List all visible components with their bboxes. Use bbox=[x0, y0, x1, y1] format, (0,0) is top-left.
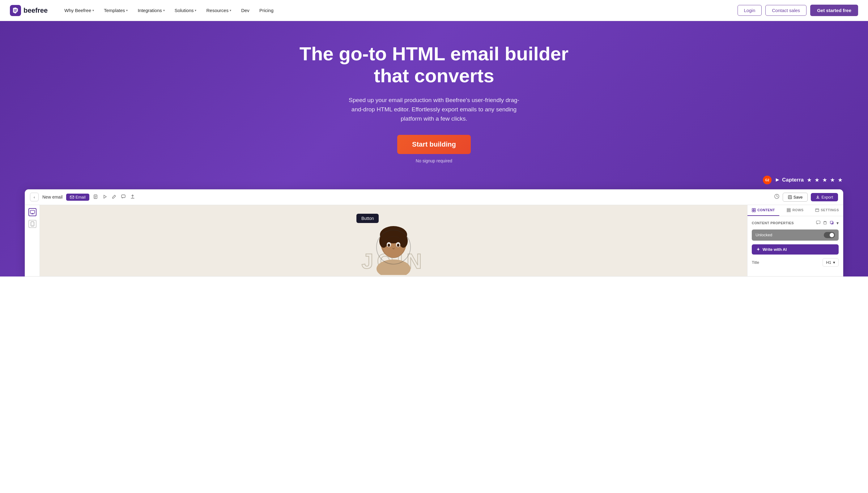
copy-props-icon[interactable] bbox=[830, 220, 834, 226]
person-illustration bbox=[362, 219, 424, 276]
toggle-knob bbox=[830, 233, 834, 237]
comment-props-icon[interactable] bbox=[816, 220, 820, 226]
play-icon[interactable] bbox=[102, 194, 107, 200]
ai-sparkle-icon bbox=[756, 247, 760, 252]
unlocked-toggle-row: Unlocked bbox=[752, 230, 839, 241]
navbar: beefree Why Beefree ▾ Templates ▾ Integr… bbox=[0, 0, 868, 21]
hero-section: The go-to HTML email builder that conver… bbox=[0, 21, 868, 277]
edit-icon[interactable] bbox=[112, 194, 116, 200]
nav-links: Why Beefree ▾ Templates ▾ Integrations ▾… bbox=[60, 5, 737, 16]
content-props-icons: ▾ bbox=[816, 220, 839, 226]
editor-body: Button JOIN bbox=[25, 205, 843, 276]
logo-text: beefree bbox=[23, 6, 48, 15]
svg-rect-29 bbox=[787, 209, 791, 209]
svg-point-13 bbox=[32, 225, 33, 226]
toolbar-right: Save Export bbox=[774, 193, 838, 202]
chevron-down-icon: ▾ bbox=[230, 9, 231, 12]
nav-item-why-beefree[interactable]: Why Beefree ▾ bbox=[60, 5, 98, 16]
document-icon[interactable] bbox=[93, 194, 98, 200]
svg-rect-26 bbox=[754, 209, 755, 210]
hero-subtitle: Speed up your email production with Beef… bbox=[344, 95, 524, 124]
panel-expand-icon[interactable]: ▾ bbox=[837, 220, 839, 226]
ratings-bar: G2 ► Capterra ★ ★ ★ ★ ★ bbox=[6, 176, 862, 189]
login-button[interactable]: Login bbox=[738, 5, 762, 16]
chevron-down-icon: ▾ bbox=[833, 260, 835, 265]
svg-rect-28 bbox=[754, 210, 755, 212]
svg-rect-10 bbox=[789, 197, 791, 198]
title-select[interactable]: H1 ▾ bbox=[823, 258, 839, 266]
toolbar-icons bbox=[93, 194, 770, 200]
logo-link[interactable]: beefree bbox=[10, 5, 48, 16]
comment-icon[interactable] bbox=[121, 194, 126, 200]
content-properties-label: CONTENT PROPERTIES bbox=[752, 221, 794, 225]
svg-rect-30 bbox=[787, 210, 791, 211]
mobile-icon[interactable] bbox=[28, 220, 37, 228]
rows-tab-icon bbox=[787, 208, 791, 212]
nav-item-solutions[interactable]: Solutions ▾ bbox=[170, 5, 201, 16]
unlocked-toggle[interactable] bbox=[824, 232, 835, 238]
svg-rect-27 bbox=[752, 210, 754, 212]
svg-marker-5 bbox=[104, 195, 106, 198]
g2-icon: G2 bbox=[763, 176, 772, 184]
panel-tabs: CONTENT ROWS bbox=[748, 205, 843, 216]
svg-point-14 bbox=[377, 259, 410, 275]
device-panel bbox=[25, 205, 40, 276]
no-signup-label: No signup required bbox=[6, 158, 862, 163]
settings-tab-icon bbox=[815, 208, 819, 212]
hero-headline: The go-to HTML email builder that conver… bbox=[295, 43, 573, 87]
back-button[interactable]: ‹ bbox=[30, 193, 39, 201]
editor-title: New email bbox=[42, 195, 63, 199]
panel-content: CONTENT PROPERTIES bbox=[748, 216, 843, 276]
save-icon bbox=[788, 195, 792, 199]
star-rating: ★ ★ ★ ★ ★ bbox=[807, 177, 843, 184]
nav-item-dev[interactable]: Dev bbox=[237, 5, 254, 16]
tab-settings[interactable]: SETTINGS bbox=[811, 205, 843, 216]
editor-canvas: Button JOIN bbox=[40, 205, 747, 276]
tab-content[interactable]: CONTENT bbox=[748, 205, 779, 216]
nav-item-integrations[interactable]: Integrations ▾ bbox=[133, 5, 169, 16]
save-button[interactable]: Save bbox=[783, 193, 808, 202]
chevron-down-icon: ▾ bbox=[92, 9, 94, 12]
title-row: Title H1 ▾ bbox=[752, 258, 839, 266]
content-tab-icon bbox=[752, 208, 756, 212]
svg-rect-34 bbox=[824, 222, 826, 224]
chevron-down-icon: ▾ bbox=[163, 9, 165, 12]
svg-rect-3 bbox=[70, 196, 74, 198]
svg-rect-36 bbox=[830, 221, 833, 223]
export-icon bbox=[816, 195, 820, 199]
svg-rect-32 bbox=[816, 209, 819, 212]
svg-text:G2: G2 bbox=[765, 178, 770, 182]
start-building-button[interactable]: Start building bbox=[397, 135, 471, 154]
unlocked-label: Unlocked bbox=[755, 233, 772, 237]
contact-sales-button[interactable]: Contact sales bbox=[765, 5, 806, 16]
editor-preview: ‹ New email Email bbox=[25, 189, 843, 277]
tab-rows[interactable]: ROWS bbox=[779, 205, 811, 216]
get-started-button[interactable]: Get started free bbox=[810, 5, 858, 16]
nav-actions: Login Contact sales Get started free bbox=[738, 5, 858, 16]
clock-icon[interactable] bbox=[774, 194, 780, 200]
svg-rect-33 bbox=[816, 221, 820, 223]
delete-props-icon[interactable] bbox=[823, 220, 827, 226]
editor-toolbar: ‹ New email Email bbox=[25, 190, 843, 205]
beefree-logo-icon bbox=[10, 5, 21, 16]
svg-point-22 bbox=[397, 244, 399, 247]
svg-point-21 bbox=[387, 244, 390, 247]
nav-item-pricing[interactable]: Pricing bbox=[255, 5, 278, 16]
svg-rect-25 bbox=[752, 209, 754, 210]
upload-icon[interactable] bbox=[130, 194, 135, 200]
write-with-ai-button[interactable]: Write with AI bbox=[752, 244, 839, 255]
desktop-icon[interactable] bbox=[28, 208, 37, 216]
chevron-down-icon: ▾ bbox=[126, 9, 128, 12]
svg-rect-11 bbox=[30, 210, 35, 213]
svg-rect-6 bbox=[121, 195, 125, 198]
title-label: Title bbox=[752, 260, 759, 265]
export-button[interactable]: Export bbox=[811, 193, 838, 201]
capterra-arrow-icon: ► bbox=[775, 177, 780, 183]
nav-item-templates[interactable]: Templates ▾ bbox=[99, 5, 132, 16]
email-tab[interactable]: Email bbox=[66, 194, 89, 201]
email-icon bbox=[70, 195, 74, 199]
capterra-logo: ► Capterra bbox=[775, 177, 804, 183]
nav-item-resources[interactable]: Resources ▾ bbox=[202, 5, 236, 16]
properties-panel: CONTENT ROWS bbox=[747, 205, 843, 276]
content-properties-header: CONTENT PROPERTIES bbox=[752, 220, 839, 226]
